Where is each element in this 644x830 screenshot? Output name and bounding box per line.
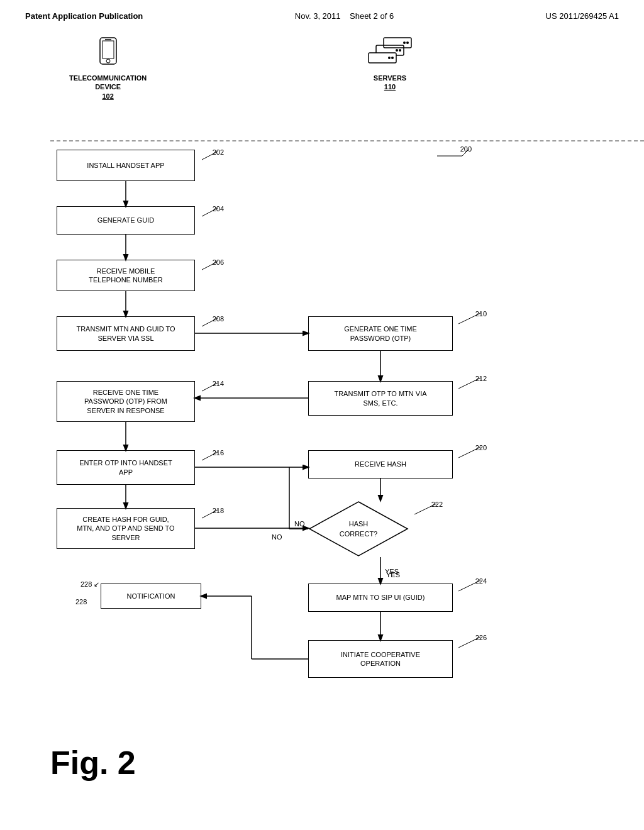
ref-212: 212 <box>455 375 487 392</box>
initiate-cooperative-box: INITIATE COOPERATIVE OPERATION <box>308 640 453 678</box>
header-date: Nov. 3, 2011 Sheet 2 of 6 <box>295 11 394 21</box>
page-header: Patent Application Publication Nov. 3, 2… <box>0 0 644 27</box>
receive-hash-box: RECEIVE HASH <box>308 450 453 479</box>
map-mtn-box: MAP MTN TO SIP UI (GUID) <box>308 584 453 612</box>
svg-point-6 <box>403 42 406 44</box>
svg-point-8 <box>399 49 401 52</box>
yes-label: YES <box>386 571 400 578</box>
enter-otp-box: ENTER OTP INTO HANDSET APP <box>57 450 195 485</box>
servers-label: SERVERS 110 <box>365 74 415 92</box>
ref-228: 228 <box>75 598 87 606</box>
svg-text:NO: NO <box>294 520 305 528</box>
ref-210: 210 <box>455 310 487 327</box>
header-left: Patent Application Publication <box>25 11 143 21</box>
receive-otp-box: RECEIVE ONE TIME PASSWORD (OTP) FROM SER… <box>57 381 195 422</box>
telecom-device-icon: TELECOMMUNICATION DEVICE 102 <box>69 36 147 101</box>
svg-point-11 <box>391 57 394 59</box>
hash-correct-diamond: HASH CORRECT? <box>308 501 409 560</box>
install-handset-app-box: INSTALL HANDSET APP <box>57 150 195 181</box>
ref-200: 200 <box>434 147 472 160</box>
device-label: TELECOMMUNICATION DEVICE 102 <box>69 74 147 101</box>
transmit-otp-box: TRANSMIT OTP TO MTN VIA SMS, ETC. <box>308 381 453 416</box>
ref-206: 206 <box>199 258 224 272</box>
ref-208: 208 <box>199 315 224 329</box>
svg-text:CORRECT?: CORRECT? <box>340 530 378 538</box>
svg-point-5 <box>406 42 409 44</box>
svg-point-2 <box>106 59 110 63</box>
dashed-divider <box>50 140 644 141</box>
transmit-mtn-guid-box: TRANSMIT MTN AND GUID TO SERVER VIA SSL <box>57 316 195 351</box>
svg-point-9 <box>396 49 398 52</box>
ref-216: 216 <box>199 449 224 463</box>
servers-icon: SERVERS 110 <box>365 36 415 92</box>
generate-guid-box: GENERATE GUID <box>57 206 195 235</box>
ref-204: 204 <box>199 205 224 219</box>
no-label: NO <box>272 533 282 541</box>
svg-marker-13 <box>309 502 408 556</box>
svg-point-12 <box>388 57 391 59</box>
ref-202: 202 <box>199 148 224 162</box>
notification-box: NOTIFICATION <box>101 584 201 609</box>
receive-mobile-number-box: RECEIVE MOBILE TELEPHONE NUMBER <box>57 260 195 291</box>
ref-224: 224 <box>455 577 487 594</box>
fig-caption: Fig. 2 <box>50 744 136 782</box>
header-right: US 2011/269425 A1 <box>546 11 619 21</box>
ref-218: 218 <box>199 507 224 521</box>
svg-text:HASH: HASH <box>349 520 369 528</box>
ref-222: 222 <box>411 501 443 517</box>
ref-228-label: 228 ↙ <box>80 580 99 589</box>
svg-rect-1 <box>103 41 114 58</box>
ref-226: 226 <box>455 634 487 651</box>
ref-220: 220 <box>455 444 487 461</box>
create-hash-box: CREATE HASH FOR GUID, MTN, AND OTP AND S… <box>57 508 195 549</box>
ref-214: 214 <box>199 380 224 394</box>
diagram: TELECOMMUNICATION DEVICE 102 SERVERS 110 <box>0 30 644 797</box>
generate-otp-box: GENERATE ONE TIME PASSWORD (OTP) <box>308 316 453 351</box>
